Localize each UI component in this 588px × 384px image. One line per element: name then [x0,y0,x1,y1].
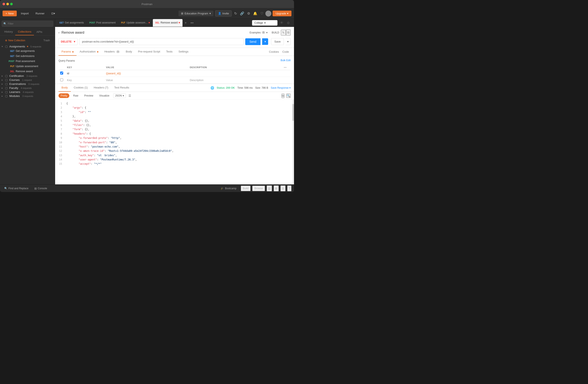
sub-tab-headers[interactable]: Headers 9 [101,48,123,56]
console-button[interactable]: ▤ Console [33,186,49,191]
build-button[interactable]: BUILD [270,30,281,35]
collection-faculty[interactable]: ▸ ▢ Faculty 4 requests [0,86,55,90]
trash-button[interactable]: Trash [41,38,52,43]
bootcamp-button[interactable]: 🎓 Bootcamp [219,186,238,191]
scrollbar-thumb[interactable] [292,104,294,121]
param-key-placeholder[interactable]: Key [65,77,104,84]
workspace-button[interactable]: ⊞ Education Program ▾ [178,11,213,16]
examples-button[interactable]: Examples 0 ▾ [250,31,267,34]
collection-courses[interactable]: ▸ ▢ Courses 1 request [0,78,55,82]
request-post-assessment[interactable]: POST Post assessment [0,59,55,64]
url-input[interactable] [79,38,244,45]
minimize-button[interactable] [6,3,9,5]
code-search-button[interactable]: 🔍 [286,94,291,98]
link-icon-button[interactable]: 🔗 [239,11,245,16]
format-pretty-button[interactable]: Pretty [59,93,69,98]
capture-button[interactable]: ⊡▾ [49,11,58,16]
sidebar-tab-history[interactable]: History [2,28,15,35]
collection-certification[interactable]: ▸ ▢ Certification 3 requests [0,74,55,78]
layout-full-icon-button[interactable]: ⊟ [280,185,286,191]
sub-tab-tests[interactable]: Tests [163,48,175,56]
sidebar-tab-apis[interactable]: APIs [34,29,45,35]
user-avatar[interactable] [265,11,271,17]
param-key-cell[interactable]: id [65,70,104,77]
code-copy-button[interactable]: ⧉ [281,94,284,98]
request-del-award[interactable]: DEL Remove award [0,69,55,74]
save-dropdown-button[interactable]: ▾ [286,38,291,45]
wrap-lines-icon[interactable]: ☰ [127,93,132,98]
invite-button[interactable]: 👤 Invite [215,10,232,17]
param-value-cell[interactable]: {{award_id}} [104,70,188,77]
param-checkbox[interactable] [60,78,63,81]
sidebar-tab-collections[interactable]: Collections [15,28,34,35]
sub-tab-body[interactable]: Body [123,48,135,56]
tab-get-assignments[interactable]: GET Get assignments [57,19,86,27]
import-button[interactable]: Import [19,11,31,16]
close-button[interactable] [2,3,5,5]
find-replace-button[interactable]: 🔍 Find and Replace [2,186,30,191]
code-link[interactable]: Code [281,48,291,56]
param-value-placeholder[interactable]: Value [104,77,188,84]
sub-tab-settings[interactable]: Settings [175,48,191,56]
environment-selector[interactable]: College ▾ [252,20,277,26]
save-button[interactable]: Save [271,38,284,45]
new-button[interactable]: + New [2,11,17,16]
param-desc-placeholder[interactable]: Description [188,77,282,84]
collection-examinations[interactable]: ▸ ▢ Examinations 0 requests [0,82,55,86]
param-description-cell[interactable] [188,70,282,77]
collection-assignments[interactable]: ▾ ▢ Assignments ★ 5 requests [0,44,55,48]
format-visualize-button[interactable]: Visualize [97,93,111,98]
collection-modules[interactable]: ▸ ▢ Modules 3 requests [0,94,55,98]
save-response-button[interactable]: Save Response ▾ [271,86,291,89]
response-tab-cookies[interactable]: Cookies (1) [71,84,91,92]
request-put-assessment[interactable]: PUT Update assessment [0,64,55,69]
maximize-button[interactable] [10,3,13,5]
scrollbar-track[interactable] [292,100,294,184]
build-view-button[interactable]: Build [241,186,251,191]
sidebar-filter-input[interactable] [2,21,53,27]
format-preview-button[interactable]: Preview [82,93,95,98]
browse-button[interactable]: Browse [252,186,265,191]
request-area: ▸ Remove award Examples 0 ▾ BUILD ✎ ⧉ DE… [55,27,294,48]
sub-tab-authorization[interactable]: Authorization [77,48,101,56]
format-type-selector[interactable]: JSON ▾ [113,93,126,98]
more-dots-icon[interactable]: ••• [284,66,287,69]
request-get-submissions[interactable]: GET Get submissions [0,54,55,59]
param-checkbox[interactable] [60,72,63,75]
eye-icon-button[interactable]: 👁 [279,20,284,26]
cookies-link[interactable]: Cookies [267,48,281,56]
expand-arrow-icon[interactable]: ▸ [59,31,60,34]
params-area: Query Params Bulk Edit KEY VALUE DESCRIP… [55,56,294,84]
response-tab-body[interactable]: Body [59,84,71,92]
send-button[interactable]: Send [245,38,261,45]
tab-del-award[interactable]: DEL Remove award [153,19,183,27]
filter-icon-button[interactable]: ⚙ [286,20,291,26]
add-tab-button[interactable]: + [183,19,188,26]
response-tab-headers[interactable]: Headers (7) [91,84,111,92]
tab-post-assessment[interactable]: POST Post assessment [87,19,118,27]
copy-icon-button[interactable]: ⧉ [286,29,291,36]
edit-icon-button[interactable]: ✎ [281,30,286,36]
runner-button[interactable]: Runner [33,11,47,16]
more-tabs-button[interactable]: ••• [189,19,195,26]
bulk-edit-button[interactable]: Bulk Edit [281,59,291,62]
heart-icon-button[interactable]: ♡ [259,11,264,16]
help-icon-button[interactable]: ? [287,185,292,191]
bell-icon-button[interactable]: 🔔 [252,11,258,16]
layout-single-icon-button[interactable]: ▥ [267,185,272,191]
sub-tab-pre-request[interactable]: Pre-request Script [135,48,163,56]
tab-dot-indicator [179,22,180,23]
layout-split-icon-button[interactable]: ⊞ [274,185,279,191]
request-get-assignments[interactable]: GET Get assignments [0,48,55,54]
refresh-icon-button[interactable]: ↻ [233,11,238,16]
settings-icon-button[interactable]: ⚙ [246,11,251,16]
send-dropdown-button[interactable]: ▾ [262,38,268,45]
upgrade-button[interactable]: Upgrade ▾ [273,11,292,16]
response-tab-test-results[interactable]: Test Results [111,84,132,92]
tab-put-assessment[interactable]: PUT Update assessm... [119,19,152,27]
sub-tab-params[interactable]: Params [59,48,77,56]
new-collection-button[interactable]: ⊕ New Collection [2,38,28,43]
collection-learners[interactable]: ▸ ▢ Learners 4 requests [0,90,55,94]
method-selector[interactable]: DELETE ▾ [59,38,78,45]
format-raw-button[interactable]: Raw [71,93,80,98]
